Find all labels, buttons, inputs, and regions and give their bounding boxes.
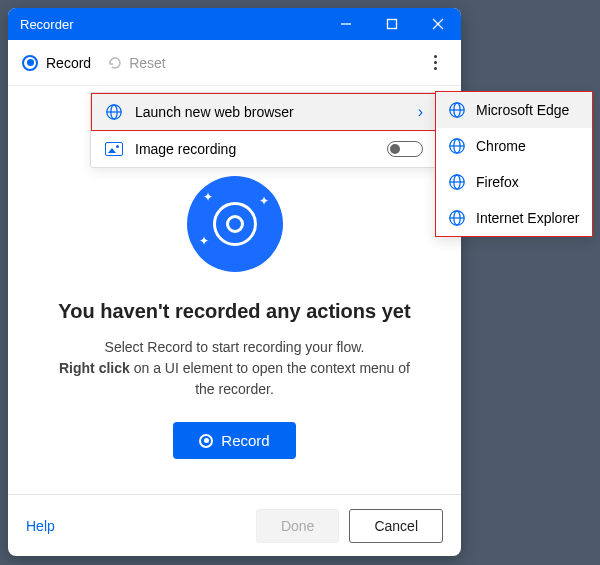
record-toggle[interactable]: Record: [22, 55, 91, 71]
cancel-button[interactable]: Cancel: [349, 509, 443, 543]
titlebar: Recorder: [8, 8, 461, 40]
minimize-button[interactable]: [323, 8, 369, 40]
browser-label: Microsoft Edge: [476, 102, 569, 118]
minimize-icon: [340, 18, 352, 30]
record-button[interactable]: Record: [173, 422, 295, 459]
recorder-window: Recorder Record Reset Launch new web b: [8, 8, 461, 556]
reset-icon: [107, 55, 123, 71]
reset-label: Reset: [129, 55, 166, 71]
browser-submenu: Microsoft Edge Chrome Firefox Internet E…: [435, 91, 593, 237]
reset-button[interactable]: Reset: [107, 55, 166, 71]
kebab-icon: [434, 55, 437, 58]
empty-state-headline: You haven't recorded any actions yet: [58, 300, 410, 323]
more-options-button[interactable]: [423, 55, 447, 70]
browser-option-edge[interactable]: Microsoft Edge: [436, 92, 592, 128]
done-button: Done: [256, 509, 339, 543]
record-icon: [199, 434, 213, 448]
record-label: Record: [46, 55, 91, 71]
maximize-button[interactable]: [369, 8, 415, 40]
record-button-label: Record: [221, 432, 269, 449]
menu-item-label: Launch new web browser: [135, 104, 294, 120]
toolbar: Record Reset: [8, 40, 461, 86]
window-title: Recorder: [20, 17, 323, 32]
image-icon: [105, 142, 123, 156]
menu-item-image-recording[interactable]: Image recording: [91, 131, 437, 167]
image-recording-toggle[interactable]: [387, 141, 423, 157]
globe-icon: [105, 103, 123, 121]
more-options-menu: Launch new web browser › Image recording: [90, 92, 438, 168]
browser-option-ie[interactable]: Internet Explorer: [436, 200, 592, 236]
globe-icon: [448, 101, 466, 119]
browser-label: Firefox: [476, 174, 519, 190]
svg-rect-1: [388, 20, 397, 29]
globe-icon: [448, 137, 466, 155]
footer: Help Done Cancel: [8, 494, 461, 556]
empty-state-text: Select Record to start recording your fl…: [8, 337, 461, 400]
content-area: Launch new web browser › Image recording…: [8, 86, 461, 494]
chevron-right-icon: ›: [418, 103, 423, 121]
globe-icon: [448, 209, 466, 227]
close-icon: [432, 18, 444, 30]
record-radio-icon: [22, 55, 38, 71]
browser-label: Internet Explorer: [476, 210, 580, 226]
menu-item-launch-browser[interactable]: Launch new web browser ›: [91, 93, 437, 131]
maximize-icon: [386, 18, 398, 30]
browser-option-chrome[interactable]: Chrome: [436, 128, 592, 164]
browser-label: Chrome: [476, 138, 526, 154]
globe-icon: [448, 173, 466, 191]
menu-item-label: Image recording: [135, 141, 236, 157]
close-button[interactable]: [415, 8, 461, 40]
hero-illustration: ✦✦✦: [187, 176, 283, 272]
help-link[interactable]: Help: [26, 518, 55, 534]
browser-option-firefox[interactable]: Firefox: [436, 164, 592, 200]
